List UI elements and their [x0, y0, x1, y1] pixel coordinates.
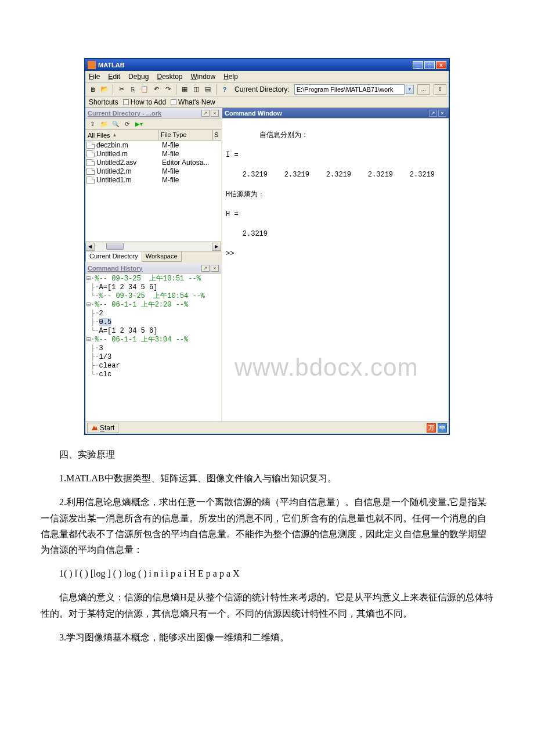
- app-icon: [88, 61, 96, 69]
- scroll-left-icon[interactable]: ◀: [85, 243, 95, 251]
- ime-icon-1[interactable]: 万: [427, 423, 436, 433]
- close-button[interactable]: ×: [436, 61, 446, 69]
- file-name: Untitled.m: [96, 150, 160, 158]
- doc-heading: 四、实验原理: [41, 447, 493, 462]
- new-file-icon[interactable]: 🗎: [88, 84, 98, 95]
- scrollbar-horizontal[interactable]: ◀ ▶: [85, 242, 221, 251]
- doc-p6: 3.学习图像熵基本概念，能够求出图像一维熵和二维熵。: [41, 629, 493, 645]
- menu-help[interactable]: Help: [223, 73, 238, 81]
- toolbar: 🗎 📂 ✂ ⎘ 📋 ↶ ↷ ▦ ◫ ▤ ? Current Directory:…: [85, 82, 449, 96]
- menu-desktop[interactable]: Desktop: [157, 73, 182, 81]
- copy-icon[interactable]: ⎘: [128, 84, 138, 95]
- column-size[interactable]: S: [213, 130, 221, 140]
- maximize-button[interactable]: □: [424, 61, 435, 69]
- file-name: Untitled2.asv: [96, 159, 160, 167]
- up-folder-icon[interactable]: ⇪: [434, 84, 446, 95]
- doc-p4: 1( ) l ( ) [log ] ( ) log ( ) i n i i p …: [41, 566, 493, 581]
- file-name: Untitled1.m: [96, 176, 160, 184]
- undock-icon[interactable]: ↗: [429, 110, 437, 117]
- doc-p3: 2.利用信息论息熵概念，求出任意一个离散信源的熵（平均自信息量）。自信息是一个随…: [41, 494, 493, 557]
- command-window[interactable]: 自信息分别为： I = 2.3219 2.3219 2.3219 2.3219 …: [222, 118, 449, 422]
- history-line[interactable]: ├·3: [86, 344, 220, 353]
- file-type: M-file: [160, 167, 221, 175]
- curdir-panel-header[interactable]: Current Directory - ...ork ↗ ×: [85, 108, 221, 118]
- menu-edit[interactable]: Edit: [108, 73, 120, 81]
- column-file-type[interactable]: File Type: [158, 130, 213, 140]
- menu-window[interactable]: Window: [190, 73, 215, 81]
- titlebar[interactable]: MATLAB _ □ ×: [85, 59, 449, 71]
- redo-icon[interactable]: ↷: [163, 84, 173, 95]
- history-line[interactable]: ⊟·%-- 06-1-1 上午3:04 --%: [86, 336, 220, 344]
- history-line[interactable]: ├·clear: [86, 362, 220, 370]
- file-row[interactable]: Untitled2.asvEditor Autosa...: [85, 158, 221, 167]
- history-line[interactable]: ⊟·%-- 09-3-25 上午10:51 --%: [86, 275, 220, 283]
- shortcut-whats-new[interactable]: What's New: [171, 98, 215, 106]
- start-button[interactable]: Start: [87, 423, 118, 433]
- file-row[interactable]: Untitled2.mM-file: [85, 167, 221, 175]
- tab-workspace[interactable]: Workspace: [142, 251, 182, 262]
- file-row[interactable]: deczbin.mM-file: [85, 141, 221, 149]
- watermark-text: www.bdocx.com: [234, 362, 418, 372]
- undock-icon[interactable]: ↗: [201, 110, 210, 117]
- file-list[interactable]: deczbin.mM-fileUntitled.mM-fileUntitled2…: [85, 141, 221, 242]
- menubar: File Edit Debug Desktop Window Help: [85, 71, 449, 82]
- scroll-right-icon[interactable]: ▶: [212, 243, 221, 251]
- history-line[interactable]: ├·A=[1 2 34 5 6]: [86, 283, 220, 292]
- history-line[interactable]: ├·2: [86, 309, 220, 318]
- history-panel-header[interactable]: Command History ↗ ×: [85, 263, 221, 273]
- history-list[interactable]: ⊟·%-- 09-3-25 上午10:51 --% ├·A=[1 2 34 5 …: [85, 273, 221, 422]
- curdir-dropdown-icon[interactable]: ▼: [406, 85, 414, 94]
- panel-close-icon[interactable]: ×: [211, 110, 219, 117]
- cmdwin-output: 自信息分别为： I = 2.3219 2.3219 2.3219 2.3219 …: [226, 131, 435, 258]
- profiler-icon[interactable]: ▤: [203, 84, 213, 95]
- shortcuts-label: Shortcuts: [89, 98, 118, 106]
- help-icon[interactable]: ?: [219, 84, 230, 95]
- matlab-logo-icon: [91, 424, 98, 431]
- file-type: Editor Autosa...: [160, 159, 221, 167]
- cmdwin-panel-header[interactable]: Command Window ↗ ×: [222, 108, 449, 118]
- mfile-icon: [86, 150, 95, 157]
- history-line[interactable]: ⊟·%-- 06-1-1 上午2:20 --%: [86, 301, 220, 309]
- new-folder-icon[interactable]: 📁: [99, 120, 109, 129]
- open-file-icon[interactable]: 📂: [99, 84, 110, 95]
- run-icon[interactable]: ▶▾: [134, 120, 144, 129]
- panel-close-icon[interactable]: ×: [211, 265, 219, 272]
- curdir-input[interactable]: E:\Program Files\MATLAB71\work: [294, 84, 405, 95]
- ime-icon-2[interactable]: 中: [438, 423, 447, 433]
- left-tabs: Current Directory Workspace: [85, 251, 221, 262]
- tab-current-directory[interactable]: Current Directory: [85, 251, 142, 262]
- menu-file[interactable]: File: [89, 73, 100, 81]
- guide-icon[interactable]: ◫: [191, 84, 201, 95]
- sort-asc-icon: ▲: [113, 132, 117, 138]
- panel-close-icon[interactable]: ×: [438, 110, 446, 117]
- find-icon[interactable]: 🔍: [110, 120, 121, 129]
- file-row[interactable]: Untitled.mM-file: [85, 149, 221, 158]
- history-line[interactable]: ├·0.5: [86, 318, 220, 327]
- history-line[interactable]: └·A=[1 2 34 5 6]: [86, 327, 220, 336]
- file-row[interactable]: Untitled1.mM-file: [85, 175, 221, 184]
- column-all-files[interactable]: All Files▲: [85, 130, 158, 140]
- history-line[interactable]: ├·1/3: [86, 353, 220, 362]
- refresh-icon[interactable]: ⟳: [122, 120, 132, 129]
- scroll-thumb[interactable]: [106, 243, 124, 250]
- mfile-icon: [86, 159, 95, 166]
- document-body: 四、实验原理 1.MATLAB中数据类型、矩阵运算、图像文件输入与输出知识复习。…: [41, 447, 493, 645]
- menu-debug[interactable]: Debug: [128, 73, 149, 81]
- file-type: M-file: [160, 150, 221, 158]
- shortcut-how-to-add[interactable]: How to Add: [123, 98, 166, 106]
- shortcut-icon: [171, 99, 176, 105]
- minimize-button[interactable]: _: [413, 61, 423, 69]
- file-name: deczbin.m: [96, 141, 160, 149]
- shortcut-icon: [123, 99, 129, 105]
- folder-up-icon[interactable]: ⇧: [87, 120, 98, 129]
- undock-icon[interactable]: ↗: [201, 265, 210, 272]
- history-line[interactable]: └·clc: [86, 370, 220, 379]
- simulink-icon[interactable]: ▦: [179, 84, 190, 95]
- undo-icon[interactable]: ↶: [151, 84, 161, 95]
- matlab-window: MATLAB _ □ × File Edit Debug Desktop Win…: [84, 58, 450, 435]
- cut-icon[interactable]: ✂: [116, 84, 127, 95]
- doc-p5: 信息熵的意义：信源的信息熵H是从整个信源的统计特性来考虑的。它是从平均意义上来表…: [41, 589, 493, 621]
- browse-button[interactable]: ...: [417, 84, 430, 95]
- paste-icon[interactable]: 📋: [139, 84, 150, 95]
- history-line[interactable]: └·%-- 09-3-25 上午10:54 --%: [86, 292, 220, 301]
